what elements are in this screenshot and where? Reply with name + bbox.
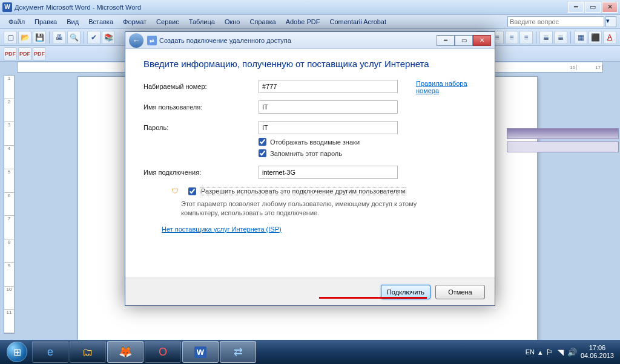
pdf-mail-icon[interactable]: PDF	[18, 47, 31, 60]
bullets-icon[interactable]: ≣	[539, 31, 553, 44]
panel-header[interactable]	[507, 128, 619, 139]
task-firefox[interactable]: 🦊	[107, 341, 143, 363]
clock-date: 04.06.2013	[581, 352, 614, 360]
task-word[interactable]: W	[182, 341, 219, 363]
borders-icon[interactable]: ▦	[574, 31, 587, 44]
side-panel	[507, 128, 619, 155]
dialog-heading: Введите информацию, полученную от постав…	[143, 59, 477, 69]
word-title-controls: ━ ▭ ✕	[568, 2, 618, 13]
flag-icon[interactable]: 🏳	[546, 348, 554, 357]
word-app-icon: W	[2, 2, 12, 12]
print-icon[interactable]: 🖶	[53, 31, 66, 44]
menu-edit[interactable]: Правка	[30, 16, 62, 27]
network-icon: ⇄	[147, 36, 157, 45]
taskbar: e 🗂 🦊 O W ⇄ EN ▴ 🏳 ◥ 🔊 17:06 04.06.2013	[0, 340, 620, 364]
menu-table[interactable]: Таблица	[184, 16, 220, 27]
ruler-mark: 16	[552, 65, 577, 70]
close-button[interactable]: ✕	[602, 2, 618, 13]
dialog-title-text: Создать подключение удаленного доступа	[159, 37, 291, 44]
network-tray-icon[interactable]: ◥	[558, 348, 564, 357]
allow-others-label: Разрешить использовать это подключение д…	[200, 187, 406, 195]
save-icon[interactable]: 💾	[33, 31, 46, 44]
task-network[interactable]: ⇄	[220, 341, 256, 363]
back-icon[interactable]: ←	[129, 33, 143, 48]
dialog-title-bar: ← ⇄ Создать подключение удаленного досту…	[125, 32, 495, 49]
menu-adobe-pdf[interactable]: Adobe PDF	[281, 16, 325, 27]
panel-row[interactable]	[507, 141, 619, 152]
word-title-bar: W Документ Microsoft Word - Microsoft Wo…	[0, 0, 620, 15]
word-title-text: Документ Microsoft Word - Microsoft Word	[15, 4, 141, 11]
research-icon[interactable]: 📚	[102, 31, 115, 44]
label-dial-number: Набираемый номер:	[143, 83, 259, 90]
menu-insert[interactable]: Вставка	[84, 16, 118, 27]
task-explorer[interactable]: 🗂	[70, 341, 106, 363]
help-search-dropdown[interactable]: ▾	[605, 16, 616, 27]
menu-view[interactable]: Вид	[62, 16, 84, 27]
cancel-button[interactable]: Отмена	[435, 285, 485, 299]
pdf-review-icon[interactable]: PDF	[33, 47, 46, 60]
show-chars-label: Отображать вводимые знаки	[270, 138, 360, 146]
dialing-rules-link[interactable]: Правила набора номера	[416, 80, 483, 94]
menu-window[interactable]: Окно	[220, 16, 245, 27]
dialog-close-button[interactable]: ✕	[473, 35, 491, 46]
ruler-mark: 17	[577, 65, 602, 70]
menu-acrobat[interactable]: Comentarii Acrobat	[325, 16, 392, 27]
no-isp-link[interactable]: Нет поставщика услуг Интернета (ISP)	[162, 226, 282, 233]
uac-shield-icon: 🛡	[170, 186, 180, 196]
help-search-input[interactable]	[507, 16, 604, 27]
volume-icon[interactable]: 🔊	[567, 348, 577, 357]
dialog-footer: Подключить Отмена	[125, 278, 495, 305]
spellcheck-icon[interactable]: ✔	[87, 31, 101, 44]
menu-format[interactable]: Формат	[118, 16, 151, 27]
maximize-button[interactable]: ▭	[585, 2, 601, 13]
preview-icon[interactable]: 🔍	[67, 31, 81, 44]
dial-number-input[interactable]	[259, 80, 398, 93]
vertical-ruler[interactable]: 1234 5678 91011	[4, 75, 15, 334]
clock[interactable]: 17:06 04.06.2013	[581, 344, 614, 360]
menu-file[interactable]: Файл	[4, 16, 30, 27]
show-chars-checkbox[interactable]	[259, 138, 266, 146]
tray-arrow-icon[interactable]: ▴	[538, 348, 542, 357]
minimize-button[interactable]: ━	[568, 2, 584, 13]
label-connection-name: Имя подключения:	[143, 169, 259, 176]
annotation-underline	[319, 297, 427, 298]
remember-password-checkbox[interactable]	[259, 149, 266, 157]
open-icon[interactable]: 📂	[18, 31, 31, 44]
label-username: Имя пользователя:	[143, 103, 259, 111]
label-password: Пароль:	[143, 124, 259, 131]
dialog-body: Введите информацию, полученную от постав…	[125, 49, 495, 278]
clock-time: 17:06	[581, 344, 614, 352]
task-opera[interactable]: O	[145, 341, 181, 363]
menu-service[interactable]: Сервис	[151, 16, 184, 27]
dialog-minimize-button[interactable]: ━	[437, 35, 455, 46]
font-color-icon[interactable]: A	[603, 31, 616, 44]
menu-help[interactable]: Справка	[245, 16, 280, 27]
connection-name-input[interactable]	[259, 166, 398, 179]
task-ie[interactable]: e	[32, 341, 68, 363]
help-search	[507, 16, 604, 27]
username-input[interactable]	[259, 100, 398, 114]
start-button[interactable]	[2, 340, 31, 364]
new-doc-icon[interactable]: ▢	[4, 31, 17, 44]
numbering-icon[interactable]: ≣	[554, 31, 567, 44]
align-justify-icon[interactable]: ≡	[519, 31, 533, 44]
pdf-convert-icon[interactable]: PDF	[4, 47, 17, 60]
language-indicator[interactable]: EN	[526, 348, 535, 356]
allow-others-help: Этот параметр позволяет любому пользоват…	[181, 200, 447, 218]
remember-password-label: Запомнить этот пароль	[270, 150, 342, 157]
password-input[interactable]	[259, 121, 398, 134]
menu-bar: Файл Правка Вид Вставка Формат Сервис Та…	[0, 15, 620, 29]
windows-orb-icon	[7, 342, 27, 362]
dialog-maximize-button[interactable]: ▭	[455, 35, 473, 46]
align-right-icon[interactable]: ≡	[505, 31, 518, 44]
system-tray: EN ▴ 🏳 ◥ 🔊 17:06 04.06.2013	[526, 344, 618, 360]
connection-wizard-dialog: ← ⇄ Создать подключение удаленного досту…	[125, 31, 495, 306]
allow-others-checkbox[interactable]	[188, 187, 196, 195]
highlight-icon[interactable]: ⬛	[589, 31, 602, 44]
